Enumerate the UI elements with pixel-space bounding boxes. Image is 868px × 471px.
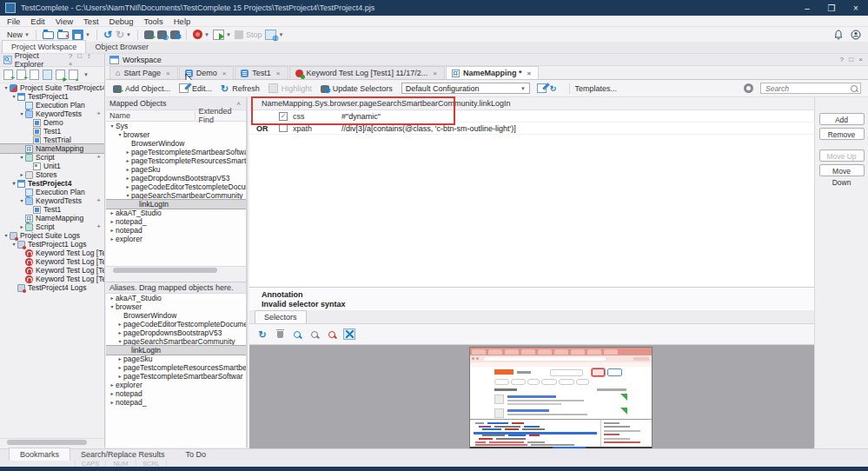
- expand-arrow[interactable]: ▸: [109, 226, 116, 235]
- mapped-object-item[interactable]: ▾pageSearchSmartbearCommunity: [106, 191, 246, 200]
- mapped-object-item[interactable]: ▸notepad_: [106, 217, 246, 226]
- project-tree-item[interactable]: TestTrial: [0, 136, 104, 144]
- workspace-controls[interactable]: ? □ ×: [840, 56, 865, 63]
- mapped-object-item[interactable]: ▸pageSku: [106, 165, 246, 174]
- add-object-button[interactable]: +Add Object...: [113, 84, 170, 93]
- doc-tab-namemapping-[interactable]: NameMapping *×: [446, 66, 539, 79]
- mapped-object-item[interactable]: ▸pageTestcompleteSmartbearSoftwar: [106, 148, 246, 156]
- run-project-icon[interactable]: [56, 70, 65, 80]
- expand-arrow[interactable]: ▾: [10, 92, 17, 101]
- menu-item-file[interactable]: File: [7, 17, 20, 26]
- map-object-db-icon[interactable]: ◎: [157, 30, 167, 39]
- project-tree-item[interactable]: ▾TestProject1: [0, 92, 104, 101]
- add-child-icon[interactable]: +: [96, 109, 101, 118]
- expand-arrow[interactable]: ▾: [109, 122, 116, 130]
- alias-item[interactable]: ▸pageTestcompleteSmartbearSoftwar: [106, 372, 246, 381]
- copy-refresh-icon[interactable]: ↻: [537, 83, 557, 94]
- close-button[interactable]: ×: [844, 0, 868, 16]
- alias-item[interactable]: ▸notepad_: [106, 398, 246, 407]
- add-existing-item-icon[interactable]: [17, 70, 26, 80]
- expand-arrow[interactable]: ▸: [109, 389, 116, 398]
- project-tree-item[interactable]: Unit1: [0, 162, 104, 170]
- expand-arrow[interactable]: ▾: [18, 153, 25, 162]
- move-up-button[interactable]: Move Up: [819, 149, 865, 162]
- expand-arrow[interactable]: ▸: [109, 217, 116, 226]
- minimize-button[interactable]: –: [795, 0, 819, 16]
- highlight-button[interactable]: Highlight: [268, 83, 312, 93]
- alias-item[interactable]: ▸pageTestcompleteResourcesSmartbe: [106, 363, 246, 372]
- project-tree-item[interactable]: Keyword Test Log [Test1] 11/1...: [0, 257, 104, 266]
- close-project-icon[interactable]: ×: [57, 30, 69, 39]
- refresh-button[interactable]: ↻Refresh: [221, 83, 260, 94]
- preview-delete-icon[interactable]: [274, 328, 286, 340]
- tab-selectors[interactable]: Selectors: [255, 310, 307, 323]
- expand-arrow[interactable]: ▸: [116, 355, 123, 363]
- alias-item[interactable]: ▸notepad: [106, 389, 246, 398]
- expand-arrow[interactable]: ▾: [3, 231, 10, 240]
- expand-arrow[interactable]: ▸: [109, 209, 116, 217]
- fit-to-window-icon[interactable]: [343, 328, 355, 340]
- doc-tab-keyword-test-log-test1-11-17-2-[interactable]: Keyword Test Log [Test1] 11/17/2...×: [289, 66, 445, 79]
- sort-items-icon[interactable]: [69, 70, 78, 80]
- menu-item-help[interactable]: Help: [174, 17, 191, 26]
- menu-item-debug[interactable]: Debug: [109, 17, 134, 26]
- add-child-icon[interactable]: +: [96, 222, 101, 231]
- expand-arrow[interactable]: ▾: [18, 196, 25, 205]
- expand-arrow[interactable]: ▸: [116, 363, 123, 372]
- preview-refresh-icon[interactable]: ↻: [256, 328, 268, 340]
- expand-arrow[interactable]: ▾: [10, 240, 17, 249]
- expand-arrow[interactable]: ▸: [124, 174, 131, 182]
- settings-gear-icon[interactable]: [744, 83, 753, 93]
- alias-item[interactable]: linkLogIn: [106, 346, 246, 355]
- undo-icon[interactable]: ↺: [103, 30, 112, 40]
- alias-item[interactable]: ▸explorer: [106, 381, 246, 389]
- zoom-in-icon[interactable]: [291, 328, 303, 340]
- project-tree-item[interactable]: Execution Plan: [0, 101, 104, 109]
- expand-arrow[interactable]: ▸: [124, 182, 131, 191]
- project-tree-item[interactable]: Test1: [0, 127, 104, 136]
- alias-item[interactable]: ▸pageDropdownsBootstrapV53: [106, 328, 246, 337]
- close-tab-icon[interactable]: ×: [433, 70, 437, 77]
- close-tab-icon[interactable]: ×: [166, 70, 170, 77]
- expand-arrow[interactable]: ▾: [109, 302, 116, 311]
- menu-item-edit[interactable]: Edit: [30, 17, 44, 26]
- add-new-item-icon[interactable]: [3, 70, 13, 80]
- selector-checkbox[interactable]: ✓: [279, 112, 288, 121]
- expand-arrow[interactable]: ▸: [109, 398, 116, 407]
- alias-item[interactable]: ▸pageCodeEditorTestcompleteDocume: [106, 320, 246, 328]
- expand-arrow[interactable]: ▸: [109, 294, 116, 302]
- stop-button[interactable]: Stop: [235, 30, 262, 39]
- expand-arrow[interactable]: ▾: [10, 179, 17, 188]
- expand-arrow[interactable]: ▸: [124, 165, 131, 174]
- expand-arrow[interactable]: ▾: [116, 337, 123, 346]
- selector-value[interactable]: //div[3]/a[contains(@class, 'c-btn-sm-ou…: [341, 124, 516, 133]
- project-tree-item[interactable]: ▾TestProject1 Logs: [0, 240, 104, 249]
- close-tab-icon[interactable]: ×: [527, 70, 531, 77]
- new-item-icon[interactable]: [30, 70, 39, 80]
- project-tree-item[interactable]: ▾Script+: [0, 153, 104, 162]
- project-tree-item[interactable]: Keyword Test Log [Test1] 11/1...: [0, 275, 104, 283]
- project-tree-item[interactable]: Execution Plan: [0, 188, 104, 196]
- project-tree-item[interactable]: ▸Stores: [0, 170, 104, 179]
- mapped-object-item[interactable]: ▾browser: [106, 130, 246, 139]
- panel-controls[interactable]: ? □ ↕ ×: [69, 52, 101, 68]
- mapped-object-item[interactable]: BrowserWindow: [106, 139, 246, 148]
- mapped-object-item[interactable]: ▸pageTestcompleteResourcesSmartbe: [106, 156, 246, 165]
- project-tree-item[interactable]: ▾TestProject4: [0, 179, 104, 188]
- expand-arrow[interactable]: ▸: [124, 148, 131, 156]
- project-tree-item[interactable]: ▾Project Suite 'TestProject4' (2 project…: [0, 83, 104, 92]
- record-button[interactable]: ▼: [193, 30, 209, 39]
- project-tree-item[interactable]: NameMapping: [0, 144, 104, 153]
- project-tree-item[interactable]: TestProject4 Logs: [0, 283, 104, 292]
- browser-screenshot-preview[interactable]: [470, 348, 652, 449]
- close-tab-icon[interactable]: ×: [276, 70, 281, 77]
- configuration-select[interactable]: Default Configuration▼: [401, 83, 530, 94]
- expand-arrow[interactable]: ▾: [3, 83, 10, 92]
- edit-button[interactable]: Edit...: [179, 83, 212, 93]
- selector-row[interactable]: ✓css#"dynamic": [249, 110, 814, 123]
- project-tree-item[interactable]: Demo: [0, 118, 104, 127]
- alias-item[interactable]: BrowserWindow: [106, 311, 246, 320]
- zoom-reset-icon[interactable]: [326, 328, 338, 340]
- add-object-db-icon[interactable]: +: [144, 30, 154, 39]
- expand-arrow[interactable]: ▸: [18, 170, 25, 179]
